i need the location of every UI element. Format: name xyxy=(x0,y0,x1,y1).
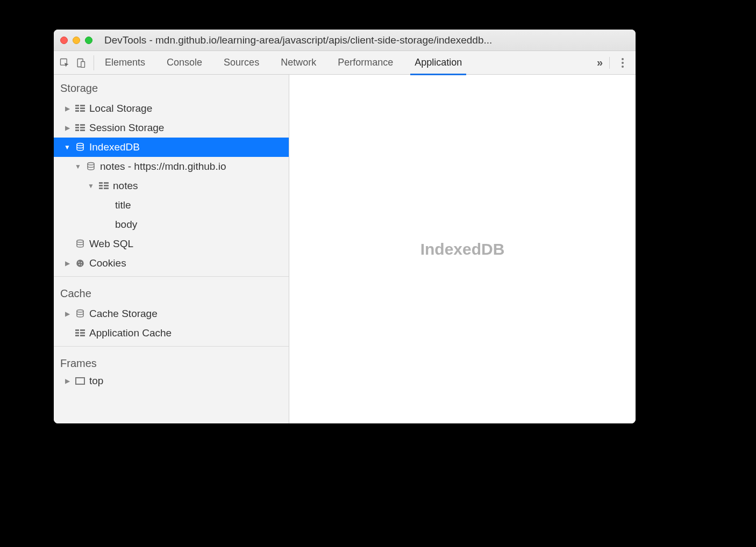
svg-rect-32 xyxy=(75,332,79,334)
tab-performance[interactable]: Performance xyxy=(327,51,404,75)
svg-rect-18 xyxy=(104,182,109,184)
svg-point-15 xyxy=(77,143,83,146)
svg-point-29 xyxy=(77,310,83,313)
tree-label: body xyxy=(115,219,137,231)
minimize-window-button[interactable] xyxy=(73,37,80,44)
tab-label: Network xyxy=(281,57,316,68)
svg-point-25 xyxy=(79,262,80,263)
svg-rect-36 xyxy=(76,378,84,384)
svg-rect-21 xyxy=(99,188,103,189)
svg-rect-2 xyxy=(81,61,85,67)
svg-rect-4 xyxy=(80,105,85,106)
expand-arrow-icon: ▶ xyxy=(63,124,71,132)
svg-rect-12 xyxy=(80,127,85,128)
tab-label: Application xyxy=(415,57,462,68)
svg-point-23 xyxy=(77,240,83,243)
svg-rect-31 xyxy=(80,329,85,331)
devtools-window: DevTools - mdn.github.io/learning-area/j… xyxy=(54,30,636,423)
sidebar-item-local-storage[interactable]: ▶ Local Storage xyxy=(54,99,289,118)
tree-label: Application Cache xyxy=(89,327,172,339)
sidebar-item-indexeddb[interactable]: ▼ IndexedDB xyxy=(54,138,289,157)
sidebar-item-application-cache[interactable]: ▶ Application Cache xyxy=(54,323,289,343)
maximize-window-button[interactable] xyxy=(85,37,92,44)
devtools-tabstrip: Elements Console Sources Network Perform… xyxy=(54,51,636,75)
sidebar-item-cookies[interactable]: ▶ Cookies xyxy=(54,254,289,273)
cookie-icon xyxy=(74,258,86,268)
sidebar-item-index-title[interactable]: ▶ title xyxy=(54,196,289,215)
close-window-button[interactable] xyxy=(60,37,68,44)
window-title: DevTools - mdn.github.io/learning-area/j… xyxy=(101,34,629,46)
tab-label: Console xyxy=(167,57,202,68)
section-divider xyxy=(54,346,289,347)
svg-rect-8 xyxy=(80,110,85,112)
tab-network[interactable]: Network xyxy=(270,51,327,75)
traffic-lights xyxy=(60,37,92,44)
device-toolbar-icon[interactable] xyxy=(75,57,86,68)
tab-label: Elements xyxy=(105,57,145,68)
tab-label: Performance xyxy=(338,57,393,68)
expand-arrow-icon: ▶ xyxy=(63,260,71,267)
tree-label: Local Storage xyxy=(89,103,152,114)
svg-rect-14 xyxy=(80,129,85,131)
tree-label: title xyxy=(115,199,131,211)
tab-elements[interactable]: Elements xyxy=(94,51,156,75)
collapse-arrow-icon: ▼ xyxy=(74,163,82,170)
tab-label: Sources xyxy=(224,57,259,68)
svg-rect-34 xyxy=(75,335,79,336)
storage-grid-icon xyxy=(74,105,86,112)
titlebar: DevTools - mdn.github.io/learning-area/j… xyxy=(54,30,636,51)
tab-application[interactable]: Application xyxy=(404,51,473,75)
cache-section-header: Cache xyxy=(54,280,289,304)
application-sidebar: Storage ▶ Local Storage ▶ Session Storag… xyxy=(54,75,289,423)
svg-rect-11 xyxy=(75,127,79,128)
svg-point-16 xyxy=(88,163,94,165)
devtools-body: Storage ▶ Local Storage ▶ Session Storag… xyxy=(54,75,636,423)
tab-sources[interactable]: Sources xyxy=(213,51,270,75)
svg-point-24 xyxy=(76,260,84,267)
svg-rect-7 xyxy=(75,110,79,112)
storage-section-header: Storage xyxy=(54,75,289,99)
sidebar-item-db-notes[interactable]: ▼ notes - https://mdn.github.io xyxy=(54,157,289,176)
tree-label: top xyxy=(89,375,103,387)
sidebar-item-index-body[interactable]: ▶ body xyxy=(54,215,289,234)
collapse-arrow-icon: ▼ xyxy=(87,182,95,190)
tab-console[interactable]: Console xyxy=(156,51,213,75)
sidebar-item-session-storage[interactable]: ▶ Session Storage xyxy=(54,118,289,138)
more-options-icon[interactable] xyxy=(618,55,627,71)
storage-grid-icon xyxy=(74,329,86,337)
svg-rect-10 xyxy=(80,124,85,126)
svg-point-28 xyxy=(81,264,82,265)
sidebar-item-store-notes[interactable]: ▼ notes xyxy=(54,176,289,196)
expand-arrow-icon: ▶ xyxy=(63,105,71,112)
sidebar-item-frame-top[interactable]: ▶ top xyxy=(54,374,289,388)
database-icon xyxy=(74,309,86,319)
svg-rect-19 xyxy=(99,185,103,186)
svg-rect-3 xyxy=(75,105,79,106)
database-icon xyxy=(74,142,86,152)
svg-point-26 xyxy=(81,262,82,263)
database-icon xyxy=(74,239,86,249)
collapse-arrow-icon: ▼ xyxy=(63,143,71,151)
tree-label: Session Storage xyxy=(89,122,164,134)
expand-arrow-icon: ▶ xyxy=(63,377,71,385)
storage-grid-icon xyxy=(98,182,110,190)
svg-rect-9 xyxy=(75,124,79,126)
placeholder-heading: IndexedDB xyxy=(420,240,505,258)
inspect-element-icon[interactable] xyxy=(59,57,70,68)
svg-rect-30 xyxy=(75,329,79,331)
svg-rect-35 xyxy=(80,335,85,336)
tree-label: Web SQL xyxy=(89,238,133,250)
section-divider xyxy=(54,276,289,277)
svg-rect-33 xyxy=(80,332,85,334)
frames-section-header: Frames xyxy=(54,350,289,374)
svg-rect-22 xyxy=(104,188,109,189)
sidebar-item-web-sql[interactable]: ▶ Web SQL xyxy=(54,234,289,254)
svg-point-27 xyxy=(79,264,80,265)
database-icon xyxy=(85,162,97,171)
main-content-panel: IndexedDB xyxy=(289,75,636,423)
tree-label: IndexedDB xyxy=(89,141,140,153)
svg-rect-13 xyxy=(75,129,79,131)
sidebar-item-cache-storage[interactable]: ▶ Cache Storage xyxy=(54,304,289,323)
overflow-tabs-icon[interactable]: » xyxy=(597,56,601,69)
svg-rect-6 xyxy=(80,107,85,109)
